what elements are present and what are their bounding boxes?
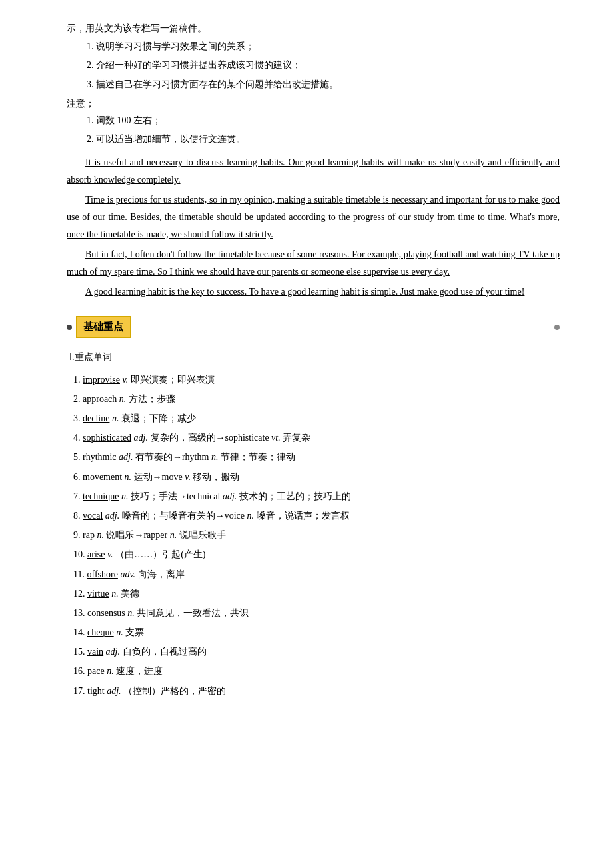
- vocab-pos-9b: n.: [170, 530, 177, 540]
- vocab-pos-7b: adj.: [223, 491, 237, 501]
- vocab-num: 3.: [73, 413, 83, 423]
- vocab-item-5: 5. rhythmic adj. 有节奏的→rhythm n. 节律；节奏；律动: [73, 449, 560, 465]
- vocab-num: 11.: [73, 569, 87, 579]
- essay-para-2: Time is precious for us students, so in …: [67, 191, 560, 243]
- vocab-pos-8b: n.: [247, 511, 255, 521]
- vocab-pos-6: n.: [125, 472, 132, 482]
- essay-para-1: It is useful and necessary to discuss le…: [67, 154, 560, 189]
- essay-para-3: But in fact, I often don't follow the ti…: [67, 246, 560, 281]
- vocab-num: 9.: [73, 530, 83, 540]
- vocab-pos-15: adj.: [106, 647, 120, 657]
- task-item-3: 3. 描述自己在学习习惯方面存在的某个问题并给出改进措施。: [87, 76, 560, 93]
- vocab-num: 8.: [73, 511, 83, 521]
- vocab-word-approach: approach: [83, 394, 117, 404]
- divider-dot-right: [554, 325, 560, 330]
- vocab-word-virtue: virtue: [87, 589, 109, 599]
- vocab-pos-4b: vt.: [271, 433, 281, 443]
- vocab-word-movement: movement: [83, 472, 122, 482]
- vocab-word-rap: rap: [83, 530, 95, 540]
- vocab-item-9: 9. rap n. 说唱乐→rapper n. 说唱乐歌手: [73, 527, 560, 543]
- vocab-section: Ⅰ.重点单词 1. improvise v. 即兴演奏；即兴表演 2. appr…: [67, 349, 560, 699]
- vocab-item-4: 4. sophisticated adj. 复杂的，高级的→sophistica…: [73, 429, 560, 446]
- vocab-item-2: 2. approach n. 方法；步骤: [73, 391, 560, 407]
- vocab-num: 15.: [73, 647, 87, 657]
- vocab-num: 1.: [73, 375, 83, 385]
- vocab-pos-4: adj.: [134, 433, 148, 443]
- vocab-word-offshore: offshore: [87, 569, 117, 579]
- vocab-num: 13.: [73, 608, 87, 618]
- vocab-pos-13: n.: [127, 608, 135, 618]
- vocab-list: 1. improvise v. 即兴演奏；即兴表演 2. approach n.…: [73, 371, 560, 699]
- vocab-item-16: 16. pace n. 速度，进度: [73, 663, 560, 679]
- vocab-word-pace: pace: [87, 666, 105, 676]
- vocab-word-cheque: cheque: [87, 627, 114, 637]
- vocab-pos-8: adj.: [105, 511, 119, 521]
- vocab-word-tight: tight: [87, 686, 105, 696]
- vocab-pos: v.: [123, 375, 129, 385]
- notice-section: 注意； 1. 词数 100 左右； 2. 可以适当增加细节，以使行文连贯。: [67, 95, 560, 148]
- vocab-pos-10: v.: [107, 549, 113, 559]
- vocab-item-1: 1. improvise v. 即兴演奏；即兴表演: [73, 371, 560, 388]
- vocab-pos-9: n.: [97, 530, 104, 540]
- vocab-word-technique: technique: [83, 491, 119, 501]
- divider-line: [135, 327, 550, 327]
- task-list: 1. 说明学习习惯与学习效果之间的关系； 2. 介绍一种好的学习习惯并提出养成该…: [87, 38, 560, 93]
- vocab-item-15: 15. vain adj. 自负的，自视过高的: [73, 643, 560, 660]
- vocab-category-title: Ⅰ.重点单词: [67, 349, 560, 365]
- vocab-num: 6.: [73, 472, 83, 482]
- vocab-pos-14: n.: [116, 627, 123, 637]
- intro-section: 示，用英文为该专栏写一篇稿件。 1. 说明学习习惯与学习效果之间的关系； 2. …: [67, 20, 560, 147]
- intro-text: 示，用英文为该专栏写一篇稿件。: [67, 23, 207, 33]
- vocab-item-12: 12. virtue n. 美德: [73, 585, 560, 602]
- notice-item-2: 2. 可以适当增加细节，以使行文连贯。: [87, 131, 560, 147]
- vocab-item-17: 17. tight adj. （控制）严格的，严密的: [73, 683, 560, 699]
- vocab-num: 12.: [73, 589, 87, 599]
- vocab-num: 2.: [73, 394, 83, 404]
- section-title: 基础重点: [76, 316, 131, 338]
- vocab-word-vocal: vocal: [83, 511, 103, 521]
- task-item-1: 1. 说明学习习惯与学习效果之间的关系；: [87, 38, 560, 55]
- task-item-2: 2. 介绍一种好的学习习惯并提出养成该习惯的建议；: [87, 57, 560, 73]
- vocab-pos-5b: n.: [211, 452, 219, 462]
- vocab-pos-5: adj.: [119, 452, 133, 462]
- vocab-item-10: 10. arise v. （由……）引起(产生): [73, 546, 560, 563]
- vocab-pos-16: n.: [107, 666, 114, 676]
- notice-list: 1. 词数 100 左右； 2. 可以适当增加细节，以使行文连贯。: [87, 112, 560, 147]
- vocab-item-11: 11. offshore adv. 向海，离岸: [73, 566, 560, 583]
- vocab-item-14: 14. cheque n. 支票: [73, 624, 560, 641]
- notice-item-1: 1. 词数 100 左右；: [87, 112, 560, 129]
- vocab-word-sophisticated: sophisticated: [83, 433, 131, 443]
- vocab-word-consensus: consensus: [87, 608, 125, 618]
- vocab-item-13: 13. consensus n. 共同意见，一致看法，共识: [73, 605, 560, 621]
- vocab-pos-17: adj.: [107, 686, 121, 696]
- vocab-num: 4.: [73, 433, 83, 443]
- vocab-num: 7.: [73, 491, 83, 501]
- essay-section: It is useful and necessary to discuss le…: [67, 154, 560, 300]
- vocab-word-decline: decline: [83, 413, 109, 423]
- vocab-pos-12: n.: [111, 589, 119, 599]
- vocab-num: 16.: [73, 666, 87, 676]
- vocab-item-6: 6. movement n. 运动→move v. 移动，搬动: [73, 469, 560, 485]
- notice-label: 注意；: [67, 95, 560, 112]
- vocab-num: 5.: [73, 452, 83, 462]
- vocab-item-3: 3. decline n. 衰退；下降；减少: [73, 410, 560, 427]
- vocab-num: 14.: [73, 627, 87, 637]
- vocab-word-improvise: improvise: [83, 375, 120, 385]
- section-divider: 基础重点: [67, 316, 560, 338]
- divider-dot-left: [67, 325, 72, 330]
- vocab-word-arise: arise: [87, 549, 105, 559]
- vocab-word-vain: vain: [87, 647, 103, 657]
- vocab-num: 17.: [73, 686, 87, 696]
- vocab-word-rhythmic: rhythmic: [83, 452, 117, 462]
- vocab-pos-7: n.: [121, 491, 129, 501]
- vocab-item-7: 7. technique n. 技巧；手法→technical adj. 技术的…: [73, 488, 560, 505]
- intro-line: 示，用英文为该专栏写一篇稿件。: [67, 20, 560, 37]
- essay-para-4: A good learning habit is the key to succ…: [67, 283, 560, 301]
- vocab-pos-11: adv.: [120, 569, 135, 579]
- vocab-num: 10.: [73, 549, 87, 559]
- vocab-item-8: 8. vocal adj. 嗓音的；与嗓音有关的→voice n. 嗓音，说话声…: [73, 507, 560, 524]
- vocab-pos-3: n.: [112, 413, 119, 423]
- vocab-pos-2: n.: [119, 394, 127, 404]
- vocab-pos-6b: v.: [185, 472, 191, 482]
